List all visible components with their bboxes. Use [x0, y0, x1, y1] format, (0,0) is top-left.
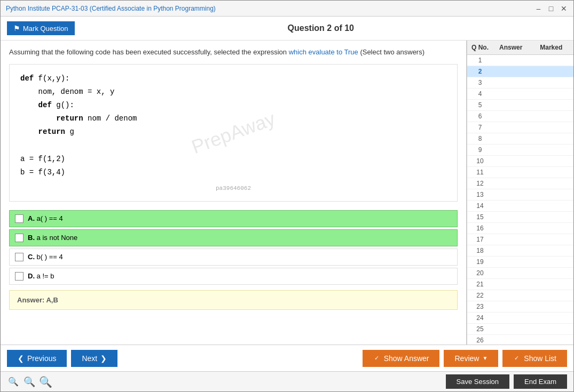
checkbox-a[interactable]: [15, 214, 23, 223]
checkbox-b[interactable]: [15, 234, 23, 242]
end-exam-button[interactable]: End Exam: [514, 374, 567, 389]
sidebar-row[interactable]: 12: [467, 178, 573, 189]
answer-choices: A. a( ) == 4 B. a is not None C. b( ) ==…: [9, 210, 458, 285]
main-content: Assuming that the following code has bee…: [1, 41, 573, 345]
sidebar-row[interactable]: 23: [467, 301, 573, 313]
sidebar-row[interactable]: 13: [467, 189, 573, 201]
question-text: Assuming that the following code has bee…: [9, 47, 458, 58]
previous-button[interactable]: ❮ Previous: [7, 350, 67, 367]
maximize-button[interactable]: □: [547, 4, 555, 13]
sidebar-row[interactable]: 11: [467, 167, 573, 178]
bookmark-icon: ⚑: [13, 24, 20, 33]
sidebar-row[interactable]: 25: [467, 324, 573, 335]
choice-a[interactable]: A. a( ) == 4: [9, 210, 458, 227]
toolbar: ⚑ Mark Question Question 2 of 10: [1, 17, 573, 41]
zoom-controls: 🔍 🔍 🔍: [7, 375, 52, 388]
next-button[interactable]: Next ❯: [71, 350, 117, 367]
title-bar: Python Institute PCAP-31-03 (Certified A…: [1, 1, 573, 17]
sidebar-row[interactable]: 6: [467, 111, 573, 122]
sidebar-row[interactable]: 19: [467, 257, 573, 268]
zoom-reset-button[interactable]: 🔍: [23, 375, 36, 388]
show-list-checkbox-icon: [513, 355, 521, 362]
chevron-left-icon: ❮: [18, 354, 24, 363]
sidebar-row[interactable]: 14: [467, 201, 573, 212]
bottom-bar: ❮ Previous Next ❯ Show Answer Review ▼ S…: [1, 345, 573, 371]
main-window: Python Institute PCAP-31-03 (Certified A…: [0, 0, 574, 392]
window-controls: ‒ □ ✕: [534, 4, 568, 13]
sidebar-header: Q No. Answer Marked: [467, 41, 573, 55]
chevron-right-icon: ❯: [100, 354, 107, 363]
sidebar-row[interactable]: 15: [467, 212, 573, 223]
question-panel: Assuming that the following code has bee…: [1, 41, 467, 345]
close-button[interactable]: ✕: [560, 4, 568, 13]
sidebar-row[interactable]: 21: [467, 279, 573, 290]
mark-question-button[interactable]: ⚑ Mark Question: [7, 21, 75, 35]
show-list-button[interactable]: Show List: [502, 350, 567, 367]
sidebar-row[interactable]: 8: [467, 133, 573, 145]
answer-box: Answer: A,B: [9, 290, 458, 310]
review-button[interactable]: Review ▼: [444, 350, 498, 367]
sidebar-row[interactable]: 18: [467, 245, 573, 257]
sidebar-row[interactable]: 17: [467, 234, 573, 245]
sidebar-row[interactable]: 3: [467, 77, 573, 89]
window-title: Python Institute PCAP-31-03 (Certified A…: [6, 5, 216, 12]
status-bar: 🔍 🔍 🔍 Save Session End Exam: [1, 371, 573, 391]
sidebar-row[interactable]: 2: [467, 66, 573, 77]
save-session-button[interactable]: Save Session: [446, 374, 510, 389]
dropdown-icon: ▼: [482, 355, 487, 361]
question-title: Question 2 of 10: [75, 23, 567, 33]
zoom-out-button[interactable]: 🔍: [7, 375, 20, 388]
show-answer-button[interactable]: Show Answer: [363, 350, 440, 367]
zoom-in-button[interactable]: 🔍: [39, 375, 52, 388]
sidebar-row[interactable]: 10: [467, 156, 573, 167]
sidebar-rows-container: 1234567891011121314151617181920212223242…: [467, 55, 573, 345]
sidebar-row[interactable]: 20: [467, 268, 573, 279]
sidebar-row[interactable]: 16: [467, 223, 573, 234]
sidebar-row[interactable]: 1: [467, 55, 573, 66]
checkbox-d[interactable]: [15, 272, 23, 281]
sidebar-row[interactable]: 26: [467, 335, 573, 345]
question-list-sidebar: Q No. Answer Marked 12345678910111213141…: [467, 41, 573, 345]
choice-c[interactable]: C. b( ) == 4: [9, 249, 458, 266]
checkbox-c[interactable]: [15, 253, 23, 261]
sidebar-row[interactable]: 5: [467, 100, 573, 111]
session-controls: Save Session End Exam: [446, 374, 567, 389]
code-block: PrepAway def f(x,y): nom, denom = x, y d…: [9, 64, 458, 202]
sidebar-row[interactable]: 24: [467, 313, 573, 324]
minimize-button[interactable]: ‒: [534, 4, 542, 13]
sidebar-row[interactable]: 7: [467, 122, 573, 133]
sidebar-row[interactable]: 22: [467, 290, 573, 301]
show-answer-checkbox-icon: [373, 355, 381, 362]
choice-b[interactable]: B. a is not None: [9, 229, 458, 246]
choice-d[interactable]: D. a != b: [9, 268, 458, 285]
code-id: pa39646062: [20, 183, 446, 194]
sidebar-row[interactable]: 9: [467, 145, 573, 156]
sidebar-row[interactable]: 4: [467, 89, 573, 100]
